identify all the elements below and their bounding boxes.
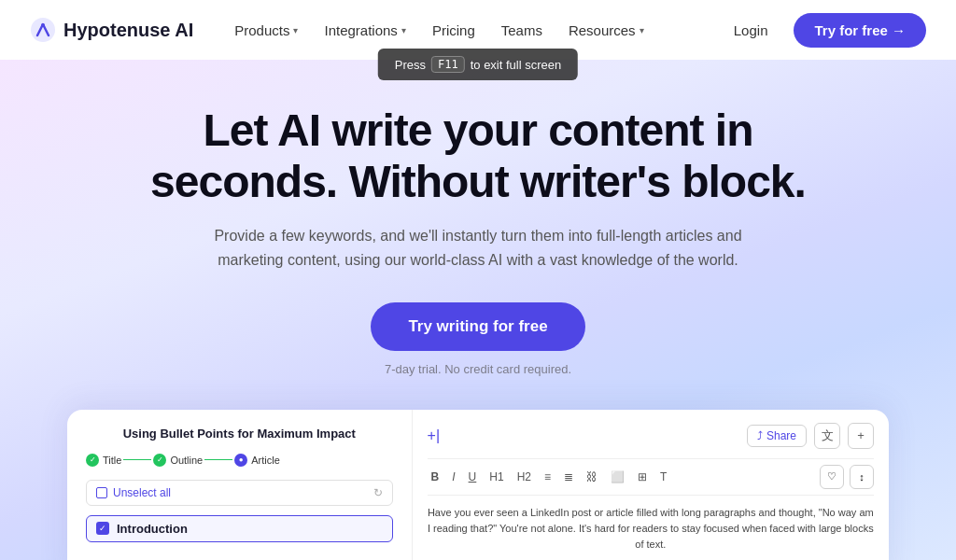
ul-list-icon[interactable]: ≡ [541,469,555,485]
nav-links: Products ▾ Integrations ▾ Pricing Teams … [223,17,722,44]
hero-note: 7-day trial. No credit card required. [30,362,926,376]
image-icon[interactable]: ⬜ [607,469,628,485]
step-article: ● Article [234,454,280,467]
cursor-indicator: +| [428,427,441,444]
title-check-icon: ✓ [86,454,99,467]
italic-icon[interactable]: I [448,469,458,485]
nav-item-resources[interactable]: Resources ▾ [557,17,655,44]
h2-icon[interactable]: H2 [513,469,535,485]
tooltip-text-before: Press [395,58,426,72]
demo-actions: ⤴ Share 文 + [747,423,874,449]
try-writing-button[interactable]: Try writing for free [371,302,584,351]
svg-point-0 [31,18,55,42]
login-button[interactable]: Login [723,17,780,44]
demo-left-panel: Using Bullet Points for Maximum Impact ✓… [67,410,413,560]
logo[interactable]: Hypotenuse AI [30,17,193,43]
products-chevron-icon: ▾ [293,25,298,35]
table-icon[interactable]: ⊞ [634,469,651,485]
resources-chevron-icon: ▾ [640,25,644,35]
hero-section: Let AI write your content in seconds. Wi… [0,60,956,560]
logo-icon [30,17,56,43]
translate-icon: 文 [822,427,834,444]
step-title: ✓ Title [86,454,121,467]
demo-top-bar: +| ⤴ Share 文 + [428,423,874,449]
unselect-refresh-icon: ↻ [373,486,383,499]
unselect-checkbox-icon [96,487,107,498]
try-for-free-button[interactable]: Try for free → [794,13,926,48]
ol-list-icon[interactable]: ≣ [560,469,577,485]
unselect-check[interactable]: Unselect all [96,486,171,499]
bold-icon[interactable]: B [428,469,443,485]
nav-item-products[interactable]: Products ▾ [223,17,309,44]
nav-item-teams[interactable]: Teams [490,17,554,44]
nav-right: Login Try for free → [723,13,926,48]
tooltip-text-after: to exit full screen [471,58,562,72]
outline-check-icon: ✓ [153,454,166,467]
share-button[interactable]: ⤴ Share [747,425,807,447]
demo-left-title: Using Bullet Points for Maximum Impact [86,427,393,441]
step-line-1 [123,459,151,460]
nav-item-pricing[interactable]: Pricing [421,17,486,44]
demo-card: Using Bullet Points for Maximum Impact ✓… [67,410,889,560]
navbar: Hypotenuse AI Products ▾ Integrations ▾ … [0,0,956,60]
toolbar-row: B I U H1 H2 ≡ ≣ ⛓ ⬜ ⊞ T ♡ ↕ [428,458,874,496]
demo-right-panel: +| ⤴ Share 文 + B I [413,410,889,560]
step-line-2 [204,459,232,460]
intro-check-icon: ✓ [96,522,109,535]
nav-item-integrations[interactable]: Integrations ▾ [313,17,416,44]
steps-row: ✓ Title ✓ Outline ● Article [86,454,393,467]
hero-title: Let AI write your content in seconds. Wi… [123,105,833,207]
intro-item[interactable]: ✓ Introduction [86,515,393,542]
step-outline: ✓ Outline [153,454,203,467]
unselect-row: Unselect all ↻ [86,480,393,506]
heart-button[interactable]: ♡ [820,465,844,489]
format-toolbar: B I U H1 H2 ≡ ≣ ⛓ ⬜ ⊞ T [428,469,671,485]
demo-content-text: Have you ever seen a LinkedIn post or ar… [428,505,874,560]
logo-text: Hypotenuse AI [63,20,193,41]
hero-subtitle: Provide a few keywords, and we'll instan… [198,224,758,272]
svg-point-1 [41,23,45,27]
add-button[interactable]: + [848,423,874,449]
fullscreen-tooltip: Press F11 to exit full screen [378,49,578,80]
underline-icon[interactable]: U [465,469,481,485]
h1-icon[interactable]: H1 [485,469,507,485]
add-icon: + [857,428,865,442]
toolbar-right: ♡ ↕ [820,465,874,489]
article-dot-icon: ● [234,454,247,467]
f11-key: F11 [431,56,465,73]
integrations-chevron-icon: ▾ [401,25,406,35]
translate-button[interactable]: 文 [814,423,840,449]
updown-button[interactable]: ↕ [850,465,874,489]
link-icon[interactable]: ⛓ [583,469,601,485]
more-icon[interactable]: T [656,469,670,485]
share-icon: ⤴ [757,429,763,442]
